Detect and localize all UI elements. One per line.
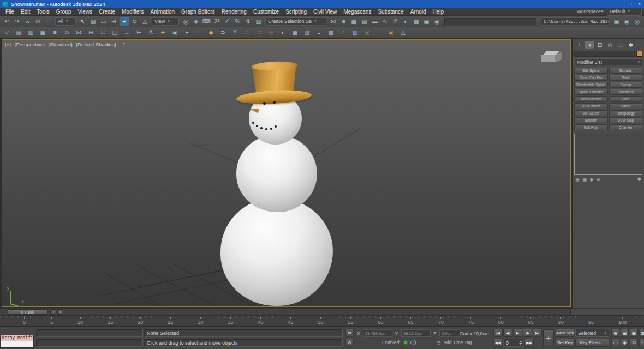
orbit-icon[interactable]: ↻: [630, 338, 638, 346]
scene-explorer-icon[interactable]: ▦: [349, 17, 359, 26]
add-keyframe-button[interactable]: +: [543, 329, 554, 346]
listener-line[interactable]: [1, 341, 33, 347]
menubar-item[interactable]: Substance: [374, 9, 407, 15]
modifier-turbosmooth-button[interactable]: TurboSmooth: [574, 96, 608, 102]
snapshot-icon[interactable]: ◫: [110, 28, 120, 37]
measure-icon[interactable]: ⊢: [134, 28, 144, 37]
window-crossing-icon[interactable]: ⊞: [109, 17, 118, 26]
rendered-frame-icon[interactable]: ▣: [422, 17, 431, 26]
align-tool-icon[interactable]: ≍: [98, 28, 108, 37]
minimize-button[interactable]: ─: [619, 1, 622, 7]
current-frame-field[interactable]: 0: [503, 339, 524, 347]
next-frame-button[interactable]: |▶: [523, 329, 532, 337]
select-and-move-icon[interactable]: +: [120, 17, 129, 26]
render-setup-icon[interactable]: ▩: [412, 17, 421, 26]
unwrap-uvw-icon[interactable]: ▧: [302, 28, 312, 37]
scene-explorer2-icon[interactable]: ▤: [14, 28, 23, 37]
x-coordinate-field[interactable]: 28.789,5cm: [363, 329, 392, 337]
modifier-extrude-button[interactable]: Extrude: [609, 68, 643, 74]
modifier-lathe-button[interactable]: Lathe: [609, 103, 643, 109]
camera-icon[interactable]: ◉: [170, 28, 180, 37]
maxscript-mini-listener[interactable]: Array modifi: [0, 335, 34, 348]
percent-snap-icon[interactable]: %: [233, 17, 242, 26]
array-tool-icon[interactable]: ⊞: [86, 28, 96, 37]
next-frame-arrow[interactable]: ›: [57, 309, 63, 315]
perspective-viewport[interactable]: [+] [Perspective] [Standard] [Default Sh…: [2, 39, 571, 307]
cloth-icon[interactable]: ▨: [350, 28, 360, 37]
named-selection-set-dropdown[interactable]: Create Selection Se: [265, 17, 326, 26]
make-unique-icon[interactable]: ◆: [589, 177, 593, 182]
menubar-item[interactable]: Civil View: [310, 9, 340, 15]
menubar-item[interactable]: Animation: [147, 9, 178, 15]
bind-to-space-warp-icon[interactable]: ≈: [44, 17, 53, 26]
info-icon[interactable]: i: [410, 340, 416, 345]
material-icon[interactable]: ◐: [278, 28, 288, 37]
modifier-renderable-spline-button[interactable]: Renderable Spline: [574, 82, 608, 88]
viewport-menu-token[interactable]: [+]: [5, 41, 11, 47]
viewport-shading-token[interactable]: [Default Shading]: [76, 41, 116, 47]
selection-set-dropdown[interactable]: Selected: [575, 329, 609, 337]
menubar-item[interactable]: Rendering: [218, 9, 250, 15]
modifier-shell-button[interactable]: Shell: [609, 75, 643, 81]
frame-spinner[interactable]: [519, 341, 522, 345]
modifier-slice-button[interactable]: Slice: [609, 96, 643, 102]
project-path-dropdown[interactable]: C:\Users\Paz...3ds Max 2024: [541, 17, 610, 26]
material-editor-icon[interactable]: ◐: [401, 17, 410, 26]
use-pivot-center-icon[interactable]: ◎: [181, 17, 190, 26]
tab-utilities[interactable]: ✱: [627, 41, 635, 49]
modifier-sweep-button[interactable]: Sweep: [609, 82, 643, 88]
align-icon[interactable]: ≡: [339, 17, 348, 26]
biped-icon[interactable]: Y: [230, 28, 240, 37]
ribbon-icon[interactable]: ▬: [370, 17, 379, 26]
y-coordinate-field[interactable]: 98.18,3cm: [401, 329, 431, 337]
render-production-icon[interactable]: ◉: [432, 17, 442, 26]
key-filters-button[interactable]: Key Filters...: [575, 339, 609, 347]
modifier-edit-poly-button[interactable]: Edit Poly: [574, 124, 608, 130]
menubar-item[interactable]: Edit: [17, 9, 33, 15]
enabled-indicator[interactable]: [403, 340, 408, 345]
crowd-icon[interactable]: ∴: [242, 28, 252, 37]
modifier-vol-select-button[interactable]: Vol. Select: [574, 110, 608, 116]
modifier-uvw-map-button[interactable]: UVW Map: [609, 117, 643, 123]
redo-icon[interactable]: ↷: [13, 17, 22, 26]
menubar-item[interactable]: Create: [96, 9, 118, 15]
menubar-item[interactable]: Help: [430, 9, 448, 15]
schematic-view-icon[interactable]: #: [391, 17, 400, 26]
auto-key-button[interactable]: Auto Key: [556, 329, 574, 337]
light-icon[interactable]: ☀: [158, 28, 168, 37]
remove-modifier-icon[interactable]: ⊖: [596, 177, 600, 182]
modifier-edit-spline-button[interactable]: Edit Spline: [574, 68, 608, 74]
maximize-viewport-icon[interactable]: ⊡: [639, 338, 644, 346]
workspaces-dropdown[interactable]: Default: [607, 8, 642, 16]
viewport-pov-token[interactable]: [Perspective]: [15, 41, 45, 47]
z-coordinate-field[interactable]: 0,0cm: [439, 329, 460, 337]
zoom-extents-icon[interactable]: ▣: [630, 329, 638, 337]
manage-layers-icon[interactable]: ≡: [50, 28, 59, 37]
massfx-icon[interactable]: ◎: [362, 28, 372, 37]
modifier-list-dropdown[interactable]: Modifier List: [574, 58, 642, 65]
particles-icon[interactable]: ∷: [254, 28, 264, 37]
show-end-result-icon[interactable]: ▣: [582, 177, 587, 182]
rectangular-selection-icon[interactable]: ▭: [99, 17, 108, 26]
select-by-name-icon[interactable]: ▤: [88, 17, 98, 26]
menubar-item[interactable]: Modifiers: [118, 9, 147, 15]
play-button[interactable]: ▶: [513, 329, 522, 337]
select-and-manipulate-icon[interactable]: ◈: [192, 17, 201, 26]
menubar-item[interactable]: Tools: [33, 9, 52, 15]
track-bar[interactable]: 0510152025303540455055606570758085909510…: [0, 315, 644, 327]
menubar-item[interactable]: Arnold: [407, 9, 430, 15]
select-and-link-icon[interactable]: ∞: [23, 17, 32, 26]
zoom-extents-all-icon[interactable]: ▦: [639, 329, 644, 337]
menubar-item[interactable]: Group: [53, 9, 75, 15]
layer-explorer-icon[interactable]: ▤: [360, 17, 369, 26]
zoom-all-icon[interactable]: ⊞: [621, 329, 629, 337]
mirror-tool-icon[interactable]: ⋈: [74, 28, 84, 37]
modifier-quad-cap-pro-button[interactable]: Quad Cap Pro: [574, 75, 608, 81]
select-and-rotate-icon[interactable]: ↻: [130, 17, 139, 26]
delete-icon[interactable]: ⊗: [266, 28, 276, 37]
morph-icon[interactable]: ◒: [314, 28, 324, 37]
viewport-settings-caret-icon[interactable]: ▼: [122, 41, 126, 47]
modifier-smooth-button[interactable]: Smooth: [574, 117, 608, 123]
select-child-icon[interactable]: ▽: [2, 28, 11, 37]
space-warp-icon[interactable]: ≈: [194, 28, 204, 37]
